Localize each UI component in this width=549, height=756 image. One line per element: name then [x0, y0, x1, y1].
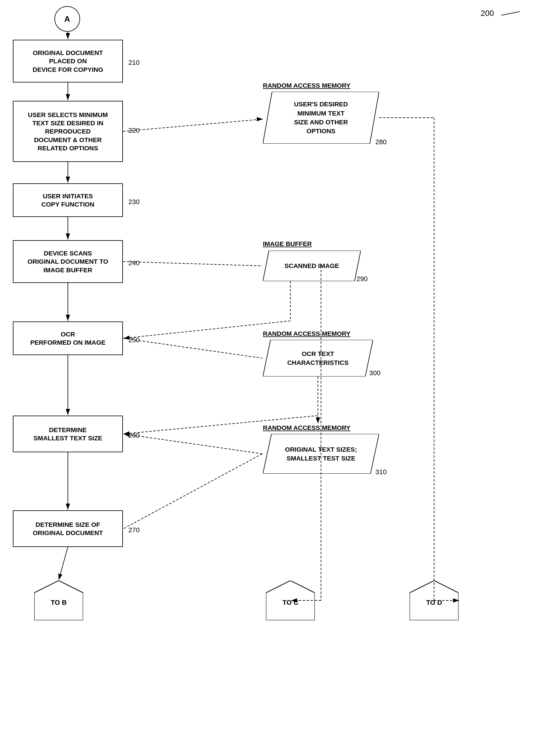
header-ram-310: RANDOM ACCESS MEMORY	[263, 424, 351, 431]
box-220: USER SELECTS MINIMUMTEXT SIZE DESIRED IN…	[13, 101, 123, 162]
svg-line-31	[123, 454, 262, 529]
start-connector-a: A	[54, 6, 80, 32]
figure-number: 200	[481, 9, 494, 18]
connector-to-d: TO D	[410, 581, 459, 620]
svg-line-17	[123, 119, 262, 131]
para-280-text: USER'S DESIREDMINIMUM TEXTSIZE AND OTHER…	[288, 100, 354, 136]
svg-line-27	[123, 338, 262, 358]
connector-to-c: TO C	[266, 581, 315, 620]
para-290-text: SCANNED IMAGE	[285, 262, 339, 270]
connector-to-c-label: TO C	[283, 599, 298, 607]
ref-310: 310	[375, 468, 387, 476]
box-240: DEVICE SCANSORIGINAL DOCUMENT TOIMAGE BU…	[13, 240, 123, 283]
box-210-text: ORIGINAL DOCUMENTPLACED ONDEVICE FOR COP…	[32, 49, 103, 74]
box-250: OCRPERFORMED ON IMAGE	[13, 321, 123, 355]
ref-240: 240	[128, 259, 140, 267]
para-280: USER'S DESIREDMINIMUM TEXTSIZE AND OTHER…	[263, 92, 379, 144]
connector-to-d-label: TO D	[426, 599, 442, 607]
box-270-text: DETERMINE SIZE OFORIGINAL DOCUMENT	[33, 520, 103, 537]
box-210: ORIGINAL DOCUMENTPLACED ONDEVICE FOR COP…	[13, 40, 123, 83]
ref-300: 300	[369, 369, 381, 377]
svg-line-16	[59, 547, 68, 580]
ref-260: 260	[128, 431, 140, 439]
svg-line-30	[123, 434, 262, 454]
ref-290: 290	[357, 275, 368, 283]
box-240-text: DEVICE SCANSORIGINAL DOCUMENT TOIMAGE BU…	[27, 249, 108, 274]
box-220-text: USER SELECTS MINIMUMTEXT SIZE DESIRED IN…	[28, 111, 108, 152]
ref-270: 270	[128, 526, 140, 534]
connector-to-b: TO B	[34, 581, 83, 620]
box-230-text: USER INITIATESCOPY FUNCTION	[41, 192, 94, 209]
ref-210: 210	[128, 59, 140, 67]
header-ram-280: RANDOM ACCESS MEMORY	[263, 82, 351, 89]
box-260-text: DETERMINESMALLEST TEXT SIZE	[33, 426, 102, 442]
box-260: DETERMINESMALLEST TEXT SIZE	[13, 416, 123, 452]
svg-line-33	[501, 12, 520, 15]
para-300-text: OCR TEXTCHARACTERISTICS	[287, 349, 349, 367]
ref-250: 250	[128, 336, 140, 344]
box-270: DETERMINE SIZE OFORIGINAL DOCUMENT	[13, 510, 123, 547]
connector-a-label: A	[64, 14, 70, 24]
connector-to-b-label: TO B	[51, 599, 67, 607]
flowchart-diagram: 200 A ORIGINAL DOCUMENTPLACED ONDEVICE F…	[0, 0, 549, 756]
ref-280: 280	[375, 138, 387, 146]
para-300: OCR TEXTCHARACTERISTICS	[263, 340, 373, 376]
ref-230: 230	[128, 198, 140, 206]
header-ib-290: IMAGE BUFFER	[263, 240, 312, 248]
ref-220: 220	[128, 127, 140, 134]
para-310-text: ORIGINAL TEXT SIZES;SMALLEST TEST SIZE	[285, 445, 357, 463]
box-250-text: OCRPERFORMED ON IMAGE	[30, 330, 105, 347]
para-310: ORIGINAL TEXT SIZES;SMALLEST TEST SIZE	[263, 434, 379, 474]
header-ram-300: RANDOM ACCESS MEMORY	[263, 330, 351, 337]
para-290: SCANNED IMAGE	[263, 251, 361, 281]
box-230: USER INITIATESCOPY FUNCTION	[13, 183, 123, 217]
svg-line-22	[123, 262, 262, 266]
